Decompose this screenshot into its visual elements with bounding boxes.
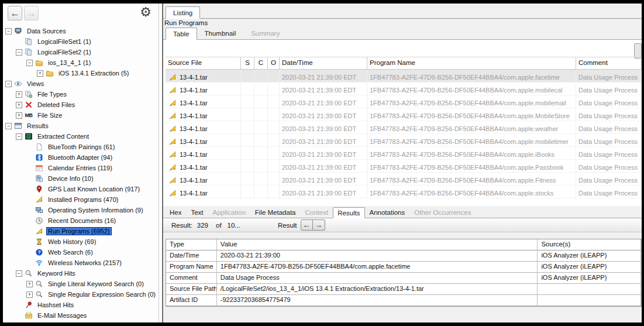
detail-cell: iOS Analyzer (iLEAPP) xyxy=(538,262,641,273)
detail-row[interactable]: Program Name1FB47783-A2FE-47D9-B256-DF50… xyxy=(166,262,641,273)
collapse-toggle[interactable]: − xyxy=(5,81,12,87)
tree-item[interactable]: Interesting Items xyxy=(3,321,159,322)
collapse-toggle[interactable]: − xyxy=(16,133,22,140)
tree-item[interactable]: ?Web Search (6) xyxy=(3,247,159,258)
table-cell xyxy=(241,83,254,95)
expand-toggle[interactable]: + xyxy=(26,281,33,287)
tree-item[interactable]: −ios_13_4_1 (1) xyxy=(3,57,159,68)
table-cell: 13-4-1.tar xyxy=(166,134,241,147)
table-cell: 2020-03-21 21:39:00 EDT xyxy=(280,134,367,147)
column-header[interactable]: Date/Time xyxy=(280,57,367,70)
tab-annotations[interactable]: Annotations xyxy=(365,207,410,218)
directory-tree-panel: ← → ⚙ −Data SourcesLogicalFileSet1 (1)−L… xyxy=(3,4,159,322)
expand-toggle[interactable]: + xyxy=(26,291,33,298)
collapse-toggle[interactable]: − xyxy=(5,123,12,129)
tree-item[interactable]: +MBFile Size xyxy=(3,110,159,121)
tree-item[interactable]: Bluetooth Adapter (94) xyxy=(3,152,159,163)
table-cell xyxy=(268,95,280,108)
table-row[interactable]: 13-4-1.tar2020-03-21 21:39:00 EDT1FB4778… xyxy=(166,95,642,108)
expand-toggle[interactable]: + xyxy=(37,70,43,77)
tree-item[interactable]: Installed Programs (470) xyxy=(3,194,159,205)
tree-item[interactable]: +Single Literal Keyword Search (0) xyxy=(3,279,159,289)
tree-item[interactable]: Calendar Entries (119) xyxy=(3,163,159,173)
tree-item[interactable]: +Deleted Files xyxy=(3,99,159,110)
table-cell xyxy=(254,134,268,147)
back-button[interactable]: ← xyxy=(8,6,22,20)
tree-item[interactable]: E-Mail Messages xyxy=(3,310,159,321)
previous-result-button[interactable]: ← xyxy=(301,219,313,231)
collapse-toggle[interactable]: − xyxy=(26,60,33,66)
tab-table[interactable]: Table xyxy=(166,28,197,40)
table-row[interactable]: 13-4-1.tar2020-03-21 21:39:00 EDT1FB4778… xyxy=(166,108,642,121)
detail-column-header[interactable]: Type xyxy=(166,239,217,250)
tree-item[interactable]: −Extracted Content xyxy=(3,131,159,142)
column-header[interactable]: S xyxy=(241,57,254,70)
collapse-toggle[interactable]: − xyxy=(5,28,12,35)
tab-results[interactable]: Results xyxy=(333,207,364,218)
tab-text[interactable]: Text xyxy=(186,207,208,218)
tree-item[interactable]: LogicalFileSet1 (1) xyxy=(3,36,159,47)
table-row[interactable]: 13-4-1.tar2020-03-21 21:39:00 EDT1FB4778… xyxy=(166,121,642,134)
column-header[interactable]: Comment xyxy=(576,57,642,70)
detail-row[interactable]: Artifact ID-9223372036854775479 xyxy=(166,295,641,306)
table-row[interactable]: 13-4-1.tar2020-03-21 21:39:00 EDT1FB4778… xyxy=(166,160,642,173)
column-header[interactable]: O xyxy=(268,57,280,70)
tab-hex[interactable]: Hex xyxy=(165,207,186,218)
tree-item[interactable]: +Single Regular Expression Search (0) xyxy=(3,289,159,300)
tab-file-metadata[interactable]: File Metadata xyxy=(250,207,301,218)
tree-item[interactable]: −Data Sources xyxy=(3,26,159,36)
tree-item[interactable]: −LogicalFileSet2 (1) xyxy=(3,47,159,57)
tree-item[interactable]: −Results xyxy=(3,121,159,131)
tree-item[interactable]: −Views xyxy=(3,78,159,89)
column-header[interactable]: Program Name xyxy=(367,57,576,70)
pennant-icon xyxy=(168,98,177,107)
collapse-toggle[interactable]: − xyxy=(16,49,22,56)
tree-item[interactable]: Wireless Networks (2157) xyxy=(3,258,159,268)
detail-row[interactable]: Source File Path/LogicalFileSet2/ios_13_… xyxy=(166,284,641,295)
data-sources-icon xyxy=(13,27,23,36)
tree-item[interactable]: +File Types xyxy=(3,89,159,99)
detail-column-header[interactable]: Value xyxy=(217,239,538,250)
next-result-button[interactable]: → xyxy=(313,219,325,231)
table-cell xyxy=(254,173,268,186)
tree-item[interactable]: Web History (69) xyxy=(3,236,159,247)
table-cell: 2020-03-21 21:39:00 EDT xyxy=(280,173,367,186)
table-row[interactable]: 13-4-1.tar2020-03-21 21:39:00 EDT1FB4778… xyxy=(166,134,642,147)
column-header[interactable]: Source File xyxy=(166,57,241,70)
tree-item[interactable]: GPS Last Known Location (917) xyxy=(3,184,159,194)
tab-thumbnail[interactable]: Thumbnail xyxy=(197,27,244,39)
table-cell xyxy=(268,186,280,198)
tree-item[interactable]: Device Info (10) xyxy=(3,173,159,184)
tree-item[interactable]: Run Programs (6952) xyxy=(3,226,159,236)
pennant-icon xyxy=(168,73,177,81)
extracted-content-icon xyxy=(24,132,33,141)
detail-row[interactable]: Date/Time2020-03-21 21:39:00iOS Analyzer… xyxy=(166,250,641,262)
table-row[interactable]: 13-4-1.tar2020-03-21 21:39:00 EDT1FB4778… xyxy=(166,173,642,186)
expand-toggle[interactable]: + xyxy=(16,112,22,119)
main-panel: Listing Run Programs TableThumbnailSumma… xyxy=(162,4,642,322)
gear-icon[interactable]: ⚙ xyxy=(137,4,154,20)
detail-row[interactable]: CommentData Usage ProcessiOS Analyzer (i… xyxy=(166,273,641,284)
tree-item[interactable]: −Keyword Hits xyxy=(3,268,159,279)
tree-item[interactable]: BlueTooth Pairings (61) xyxy=(3,142,159,152)
table-cell: Data Usage Process xyxy=(576,108,642,121)
detail-cell: Data Usage Process xyxy=(217,273,538,284)
table-row[interactable]: 13-4-1.tar2020-03-21 21:39:00 EDT1FB4778… xyxy=(166,186,642,198)
tree-item[interactable]: +iOS 13.4.1 Extraction (5) xyxy=(3,68,159,78)
source-file-label: 13-4-1.tar xyxy=(180,99,208,107)
table-row[interactable]: 13-4-1.tar2020-03-21 21:39:00 EDT1FB4778… xyxy=(166,147,642,160)
tree-item[interactable]: Operating System Information (9) xyxy=(3,205,159,215)
tab-listing[interactable]: Listing xyxy=(166,6,200,19)
tree-item-label: Device Info (10) xyxy=(46,174,95,183)
tree-item[interactable]: Recent Documents (16) xyxy=(3,215,159,226)
expand-toggle[interactable]: + xyxy=(16,91,22,98)
tree-item[interactable]: Hashset Hits xyxy=(3,300,159,310)
column-header[interactable]: C xyxy=(254,57,268,70)
detail-cell: iOS Analyzer (iLEAPP) xyxy=(538,250,641,262)
collapse-toggle[interactable]: − xyxy=(16,270,22,277)
table-row[interactable]: 13-4-1.tar2020-03-21 21:39:00 EDT1FB4778… xyxy=(166,83,642,95)
detail-column-header[interactable]: Source(s) xyxy=(538,239,641,250)
table-row[interactable]: 13-4-1.tar2020-03-21 21:39:00 EDT1FB4778… xyxy=(166,70,642,83)
forward-button[interactable]: → xyxy=(24,6,39,20)
expand-toggle[interactable]: + xyxy=(16,102,22,108)
